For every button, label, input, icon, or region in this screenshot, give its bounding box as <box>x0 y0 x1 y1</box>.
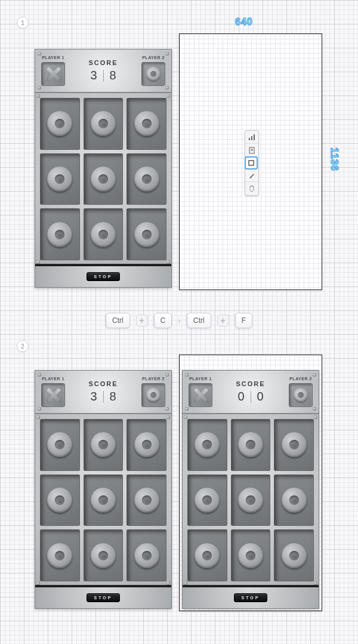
grid-cell[interactable] <box>187 419 227 471</box>
player2-box: PLAYER 2 <box>141 56 165 86</box>
step-badge-1-label: 1 <box>21 20 24 26</box>
screw-icon <box>36 260 40 264</box>
grid-cell[interactable] <box>231 419 271 471</box>
grid-cell[interactable] <box>84 98 124 150</box>
screw-icon <box>314 581 317 585</box>
score-values: 0 0 <box>237 390 263 403</box>
screw-icon <box>166 581 170 585</box>
key-label: Ctrl <box>112 316 124 325</box>
player1-tile[interactable] <box>41 383 65 407</box>
x-icon <box>46 67 60 81</box>
game-footer: STOP <box>35 587 171 608</box>
grid-cell[interactable] <box>126 208 166 260</box>
grid-cell[interactable] <box>40 529 80 581</box>
floating-toolbar <box>245 130 259 196</box>
player1-tile[interactable] <box>41 62 65 86</box>
player1-label: PLAYER 1 <box>189 377 212 381</box>
hand-icon[interactable] <box>245 182 258 195</box>
grid-cell[interactable] <box>40 153 80 205</box>
grid-cell[interactable] <box>126 153 166 205</box>
shortcut-row: Ctrl + C › Ctrl + F <box>106 313 252 328</box>
stop-button[interactable]: STOP <box>234 593 268 602</box>
grid-cell[interactable] <box>231 529 271 581</box>
score-p2: 8 <box>110 69 116 82</box>
player2-label: PLAYER 2 <box>142 56 165 60</box>
player1-box: PLAYER 1 <box>41 56 65 86</box>
svg-rect-0 <box>249 138 250 140</box>
o-piece-icon <box>282 543 307 568</box>
player2-tile[interactable] <box>289 383 313 407</box>
grid-cell[interactable] <box>40 98 80 150</box>
step-badge-2-label: 2 <box>21 343 24 350</box>
o-piece-icon <box>195 543 220 568</box>
stop-button[interactable]: STOP <box>87 272 121 281</box>
grid-cell[interactable] <box>84 153 124 205</box>
player1-tile[interactable] <box>189 383 212 407</box>
game-board-c: PLAYER 1 SCORE 0 0 PLAYER 2 <box>182 370 319 609</box>
grid-cell[interactable] <box>40 474 80 526</box>
o-piece-icon <box>47 222 72 247</box>
screw-icon <box>184 415 187 419</box>
score-divider <box>103 391 104 403</box>
artboard-icon[interactable] <box>245 156 258 170</box>
document-icon[interactable] <box>245 144 258 157</box>
screw-icon <box>165 407 169 411</box>
svg-rect-6 <box>249 161 254 165</box>
x-icon <box>46 388 60 402</box>
screw-icon <box>38 86 41 90</box>
knife-icon[interactable] <box>245 169 258 182</box>
screw-icon <box>36 94 40 98</box>
screw-icon <box>314 415 317 419</box>
grid-cell[interactable] <box>84 419 124 471</box>
grid-cell[interactable] <box>84 474 124 526</box>
score-box: SCORE 0 0 <box>236 380 265 403</box>
stop-button[interactable]: STOP <box>87 593 121 602</box>
grid-cell[interactable] <box>40 419 80 471</box>
grid-cell[interactable] <box>126 419 166 471</box>
grid-cell[interactable] <box>231 474 271 526</box>
grid-cell[interactable] <box>126 529 166 581</box>
grid-cell[interactable] <box>187 529 227 581</box>
grid-cell[interactable] <box>274 474 314 526</box>
grid-cell[interactable] <box>40 208 80 260</box>
player2-tile[interactable] <box>141 383 165 407</box>
chart-icon[interactable] <box>245 131 258 144</box>
o-icon <box>146 67 161 81</box>
grid-cell[interactable] <box>187 474 227 526</box>
game-grid <box>35 414 171 587</box>
o-piece-icon <box>238 432 263 457</box>
o-piece-icon <box>91 222 116 247</box>
screw-icon <box>36 415 40 419</box>
key-c: C <box>154 313 172 328</box>
footer-bar <box>35 585 171 587</box>
o-piece-icon <box>134 543 159 568</box>
score-divider <box>251 391 251 403</box>
screw-icon <box>166 415 170 419</box>
o-piece-icon <box>134 167 159 192</box>
screw-icon <box>166 260 170 264</box>
score-label: SCORE <box>236 380 265 387</box>
o-piece-icon <box>47 111 72 136</box>
o-piece-icon <box>91 432 116 457</box>
score-p2: 8 <box>110 390 116 403</box>
grid-cell[interactable] <box>84 529 124 581</box>
dimension-width-label: 640 <box>235 17 253 27</box>
key-label: F <box>242 316 246 325</box>
grid-cell[interactable] <box>84 208 124 260</box>
grid-cell[interactable] <box>126 474 166 526</box>
grid-cell[interactable] <box>126 98 166 150</box>
o-piece-icon <box>195 432 220 457</box>
player2-label: PLAYER 2 <box>142 377 165 381</box>
game-footer: STOP <box>35 266 171 287</box>
player2-tile[interactable] <box>141 62 165 86</box>
player2-label: PLAYER 2 <box>289 377 312 381</box>
o-piece-icon <box>91 543 116 568</box>
key-label: C <box>161 316 166 325</box>
grid-cell[interactable] <box>274 419 314 471</box>
key-ctrl: Ctrl <box>187 313 211 328</box>
player1-label: PLAYER 1 <box>42 377 64 381</box>
o-piece-icon <box>282 488 307 513</box>
grid-cell[interactable] <box>274 529 314 581</box>
game-board-a: PLAYER 1 SCORE 3 8 PLAYER 2 <box>35 49 172 288</box>
player1-box: PLAYER 1 <box>41 377 65 407</box>
